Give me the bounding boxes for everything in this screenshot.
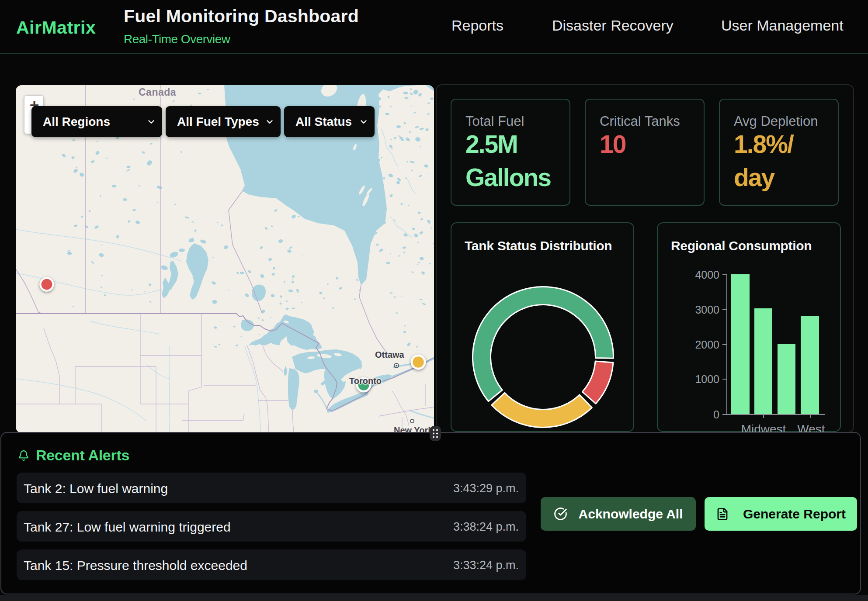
svg-text:West: West	[797, 422, 825, 433]
svg-text:3000: 3000	[695, 304, 719, 316]
svg-text:0: 0	[713, 408, 719, 421]
svg-text:4000: 4000	[695, 269, 719, 281]
svg-text:Midwest: Midwest	[741, 422, 786, 433]
svg-text:2000: 2000	[695, 338, 719, 351]
svg-text:1000: 1000	[695, 373, 719, 385]
